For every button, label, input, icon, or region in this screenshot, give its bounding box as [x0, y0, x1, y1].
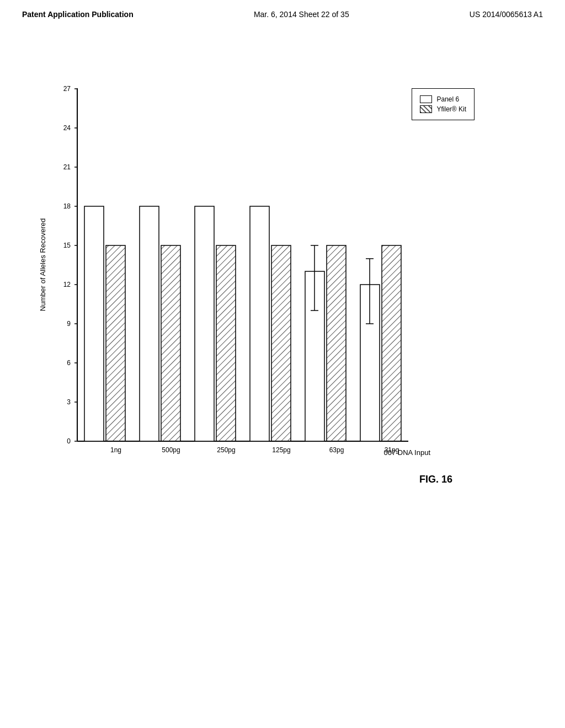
bar-group-500pg: 500pg: [140, 206, 180, 454]
svg-text:500pg: 500pg: [162, 446, 180, 454]
bar-group-125pg: 125pg: [250, 206, 291, 454]
svg-rect-39: [327, 245, 346, 441]
svg-rect-30: [216, 245, 236, 441]
bar-group-31pg: 31pg: [360, 245, 401, 454]
bar-group-63pg: 63pg: [305, 245, 346, 454]
svg-text:12: 12: [63, 281, 71, 288]
svg-rect-33: [271, 245, 291, 441]
svg-text:3: 3: [67, 398, 71, 406]
publication-label: Patent Application Publication: [22, 10, 134, 19]
svg-rect-29: [195, 206, 214, 441]
svg-rect-23: [84, 206, 104, 441]
x-axis-dna-input: 007 DNA Input: [383, 448, 430, 457]
svg-text:1ng: 1ng: [110, 446, 121, 454]
sheet-info: Mar. 6, 2014 Sheet 22 of 35: [254, 10, 349, 19]
svg-text:27: 27: [63, 85, 71, 93]
y-axis-label: Number of Alleles Recovered: [39, 218, 47, 311]
svg-text:18: 18: [63, 202, 71, 210]
svg-text:9: 9: [67, 320, 71, 328]
y-axis-ticks: 0 3 6 9 12 15 18 21 24 27: [63, 85, 77, 445]
bar-chart: 0 3 6 9 12 15 18 21 24 27: [33, 77, 486, 507]
bar-group-1ng: 1ng: [84, 206, 125, 454]
svg-rect-26: [140, 206, 159, 441]
svg-text:6: 6: [67, 359, 71, 367]
chart-area: Panel 6 Yfiler® Kit 0 3 6 9 12: [33, 77, 486, 507]
svg-text:0: 0: [67, 437, 71, 445]
svg-text:250pg: 250pg: [217, 446, 235, 454]
svg-rect-24: [106, 245, 125, 441]
svg-text:24: 24: [63, 124, 71, 132]
svg-text:21: 21: [63, 163, 71, 171]
figure-label: FIG. 16: [419, 474, 452, 485]
svg-rect-27: [161, 245, 180, 441]
svg-rect-32: [250, 206, 269, 441]
svg-text:63pg: 63pg: [329, 446, 344, 454]
patent-number: US 2014/0065613 A1: [470, 10, 543, 19]
svg-rect-45: [382, 245, 401, 441]
svg-text:125pg: 125pg: [272, 446, 290, 454]
svg-text:15: 15: [63, 242, 71, 249]
bar-group-250pg: 250pg: [195, 206, 236, 454]
